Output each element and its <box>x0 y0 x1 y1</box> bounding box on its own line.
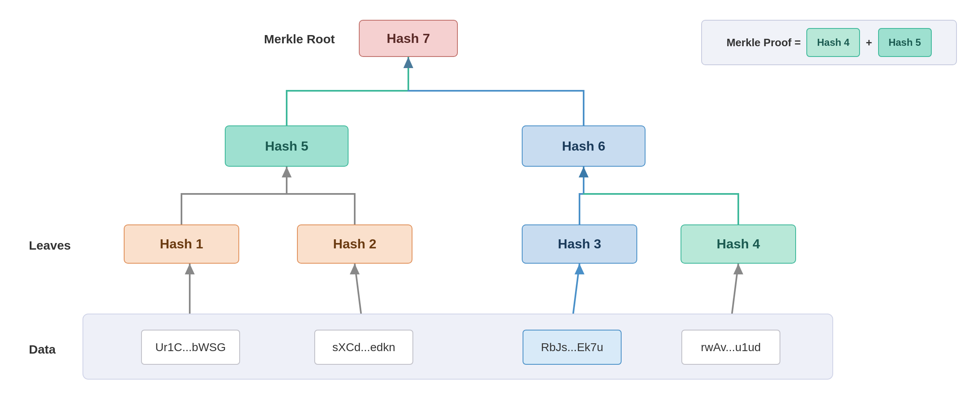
data-area: Ur1C...bWSG sXCd...edkn RbJs...Ek7u rwAv… <box>82 314 833 380</box>
node-hash3: Hash 3 <box>522 224 637 264</box>
data-node-ur1c: Ur1C...bWSG <box>141 330 240 365</box>
merkle-proof-label: Merkle Proof = <box>726 36 801 49</box>
node-hash7: Hash 7 <box>359 20 458 57</box>
data-node-rbjs: RbJs...Ek7u <box>523 330 622 365</box>
node-hash4: Hash 4 <box>681 224 796 264</box>
merkle-root-label: Merkle Root <box>264 32 335 46</box>
svg-marker-8 <box>575 264 584 274</box>
svg-marker-4 <box>185 264 195 274</box>
proof-hash5: Hash 5 <box>878 28 932 57</box>
node-hash1: Hash 1 <box>124 224 239 264</box>
data-label: Data <box>29 342 56 356</box>
diagram-container: Merkle Root Hash 7 Hash 5 Hash 6 Leaves … <box>0 0 980 406</box>
data-node-rwav: rwAv...u1ud <box>681 330 780 365</box>
proof-hash4: Hash 4 <box>806 28 860 57</box>
svg-marker-6 <box>350 264 360 274</box>
node-hash6: Hash 6 <box>522 125 645 167</box>
merkle-proof-container: Merkle Proof = Hash 4 + Hash 5 <box>701 20 957 65</box>
leaves-label: Leaves <box>29 238 71 253</box>
node-hash2: Hash 2 <box>297 224 412 264</box>
proof-plus: + <box>866 36 872 49</box>
svg-marker-10 <box>733 264 743 274</box>
node-hash5: Hash 5 <box>225 125 349 167</box>
svg-marker-0 <box>403 57 413 68</box>
svg-marker-2 <box>579 167 589 177</box>
data-node-sxcd: sXCd...edkn <box>314 330 413 365</box>
svg-marker-1 <box>282 167 292 177</box>
